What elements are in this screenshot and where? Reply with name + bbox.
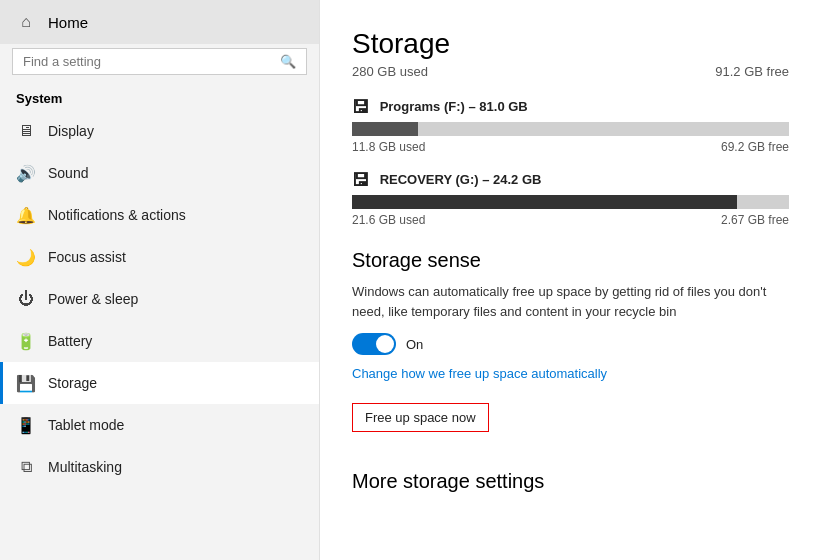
- storage-sense-description: Windows can automatically free up space …: [352, 282, 782, 321]
- storage-sense-toggle[interactable]: [352, 333, 396, 355]
- storage-overview: 280 GB used 91.2 GB free: [352, 64, 789, 79]
- drive-programs-label: Programs (F:) – 81.0 GB: [380, 99, 528, 114]
- drive-disk-icon: 🖫: [352, 97, 370, 117]
- sidebar-item-label: Focus assist: [48, 249, 126, 265]
- storage-free: 91.2 GB free: [715, 64, 789, 79]
- sidebar-item-multitasking[interactable]: ⧉ Multitasking: [0, 446, 319, 488]
- power-icon: ⏻: [16, 289, 36, 309]
- drive-programs: 🖫 Programs (F:) – 81.0 GB 11.8 GB used 6…: [352, 97, 789, 154]
- sidebar-item-label: Notifications & actions: [48, 207, 186, 223]
- main-content: Storage 280 GB used 91.2 GB free 🖫 Progr…: [320, 0, 821, 560]
- sidebar-home[interactable]: ⌂ Home: [0, 0, 319, 44]
- home-icon: ⌂: [16, 12, 36, 32]
- focus-icon: 🌙: [16, 247, 36, 267]
- storage-sense-title: Storage sense: [352, 249, 789, 272]
- sidebar-item-label: Power & sleep: [48, 291, 138, 307]
- drive-recovery-free: 2.67 GB free: [721, 213, 789, 227]
- sidebar-item-sound[interactable]: 🔊 Sound: [0, 152, 319, 194]
- drive-disk-icon2: 🖫: [352, 170, 370, 190]
- drive-programs-fill: [352, 122, 418, 136]
- drive-recovery-used: 21.6 GB used: [352, 213, 425, 227]
- drive-programs-footer: 11.8 GB used 69.2 GB free: [352, 140, 789, 154]
- sidebar-item-label: Battery: [48, 333, 92, 349]
- search-box: 🔍: [12, 48, 307, 75]
- drive-recovery-bar: [352, 195, 789, 209]
- sidebar-item-battery[interactable]: 🔋 Battery: [0, 320, 319, 362]
- free-up-button[interactable]: Free up space now: [352, 403, 489, 432]
- drive-recovery: 🖫 RECOVERY (G:) – 24.2 GB 21.6 GB used 2…: [352, 170, 789, 227]
- tablet-icon: 📱: [16, 415, 36, 435]
- sidebar-item-label: Display: [48, 123, 94, 139]
- drive-recovery-label: RECOVERY (G:) – 24.2 GB: [380, 172, 542, 187]
- change-link[interactable]: Change how we free up space automaticall…: [352, 366, 607, 381]
- drive-programs-used: 11.8 GB used: [352, 140, 425, 154]
- sound-icon: 🔊: [16, 163, 36, 183]
- sidebar-item-storage[interactable]: 💾 Storage: [0, 362, 319, 404]
- system-section-title: System: [0, 83, 319, 110]
- drive-programs-bar: [352, 122, 789, 136]
- sidebar-item-label: Tablet mode: [48, 417, 124, 433]
- sidebar-item-focus[interactable]: 🌙 Focus assist: [0, 236, 319, 278]
- sidebar-item-display[interactable]: 🖥 Display: [0, 110, 319, 152]
- storage-used: 280 GB used: [352, 64, 428, 79]
- sidebar-item-power[interactable]: ⏻ Power & sleep: [0, 278, 319, 320]
- sidebar: ⌂ Home 🔍 System 🖥 Display 🔊 Sound 🔔 Noti…: [0, 0, 320, 560]
- multitasking-icon: ⧉: [16, 457, 36, 477]
- search-icon: 🔍: [280, 54, 296, 69]
- notifications-icon: 🔔: [16, 205, 36, 225]
- display-icon: 🖥: [16, 121, 36, 141]
- sidebar-home-label: Home: [48, 14, 88, 31]
- sidebar-item-notifications[interactable]: 🔔 Notifications & actions: [0, 194, 319, 236]
- sidebar-item-tablet[interactable]: 📱 Tablet mode: [0, 404, 319, 446]
- drive-recovery-fill: [352, 195, 737, 209]
- drive-recovery-footer: 21.6 GB used 2.67 GB free: [352, 213, 789, 227]
- storage-icon: 💾: [16, 373, 36, 393]
- sidebar-item-label: Sound: [48, 165, 88, 181]
- search-input[interactable]: [23, 54, 274, 69]
- storage-sense-toggle-row: On: [352, 333, 789, 355]
- battery-icon: 🔋: [16, 331, 36, 351]
- more-storage-title: More storage settings: [352, 470, 789, 493]
- sidebar-item-label: Multitasking: [48, 459, 122, 475]
- sidebar-item-label: Storage: [48, 375, 97, 391]
- storage-sense-toggle-label: On: [406, 337, 423, 352]
- drive-programs-free: 69.2 GB free: [721, 140, 789, 154]
- page-title: Storage: [352, 28, 789, 60]
